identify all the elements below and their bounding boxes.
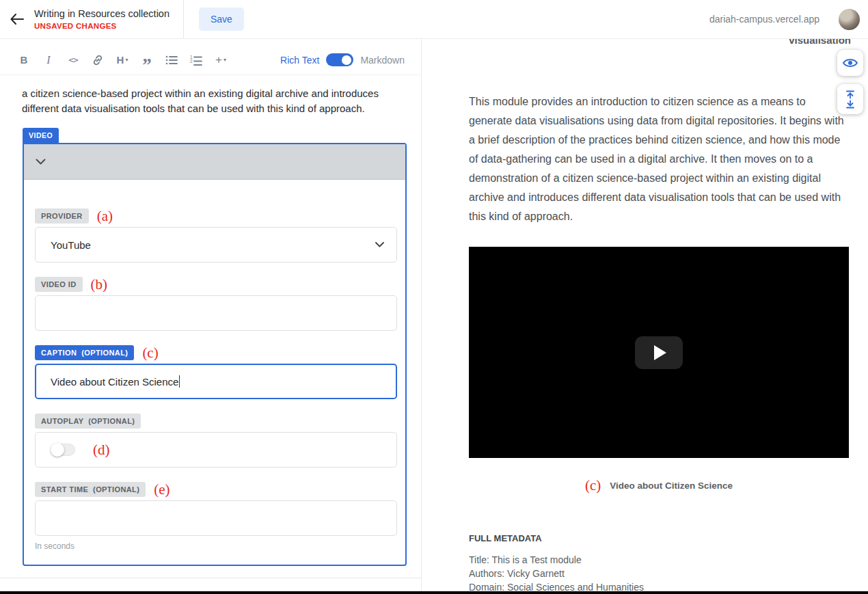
richtext-markdown-toggle[interactable]: [326, 53, 353, 66]
preview-video-caption: Video about Citizen Science: [610, 481, 733, 491]
caption-field: CAPTION (OPTIONAL) (c) Video about Citiz…: [35, 345, 394, 399]
video-widget: VIDEO PROVIDER (a) YouTube: [23, 128, 407, 566]
rich-text-label[interactable]: Rich Text: [280, 55, 319, 66]
play-icon: [654, 345, 666, 360]
provider-selected-value: YouTube: [51, 239, 91, 251]
video-widget-badge: VIDEO: [23, 128, 59, 143]
provider-field: PROVIDER (a) YouTube: [35, 208, 394, 262]
numbered-list-icon[interactable]: 1 2: [189, 52, 204, 68]
annotation-e: (e): [154, 483, 169, 497]
video-widget-box: PROVIDER (a) YouTube VIDEO ID: [23, 143, 407, 566]
provider-select[interactable]: YouTube: [35, 227, 397, 262]
annotation-d: (d): [93, 443, 110, 457]
clipped-heading-text: visualisation: [789, 39, 851, 46]
start-time-field: START TIME (OPTIONAL) (e) In seconds: [35, 482, 394, 551]
topbar: Writing in Resources collection UNSAVED …: [0, 0, 868, 39]
autoplay-control: (d): [35, 432, 397, 468]
preview-pane: visualisation This module provides an in…: [422, 39, 868, 594]
editor-mode-toggle-group: Rich Text Markdown: [280, 53, 405, 66]
editor-body-text[interactable]: a citizen science-based project within a…: [0, 75, 413, 116]
play-button[interactable]: [635, 336, 683, 369]
autoplay-label: AUTOPLAY (OPTIONAL): [35, 414, 141, 429]
select-chevron-icon: [375, 242, 384, 247]
metadata-authors-line: Authors: Vicky Garnett: [469, 567, 849, 580]
annotation-a: (a): [97, 209, 113, 224]
autoplay-toggle-knob: [51, 443, 64, 457]
toggle-knob: [342, 55, 351, 65]
provider-label: PROVIDER: [35, 208, 89, 224]
window-bottom-edge: [0, 591, 868, 594]
bold-icon[interactable]: B: [16, 52, 31, 68]
italic-icon[interactable]: I: [41, 52, 56, 68]
video-id-input[interactable]: [35, 295, 397, 331]
annotation-b: (b): [91, 278, 108, 292]
start-time-label: START TIME (OPTIONAL): [35, 482, 146, 497]
autoplay-field: AUTOPLAY (OPTIONAL) (d): [35, 414, 394, 468]
scroll-sync-icon: [845, 90, 855, 109]
editor-toolbar: B I <> H▾ ” 1: [0, 45, 421, 75]
start-time-hint: In seconds: [35, 541, 394, 551]
caption-input-value: Video about Citizen Science: [51, 376, 178, 388]
video-id-label: VIDEO ID: [35, 277, 83, 292]
editor-bottom-divider: [0, 578, 421, 578]
arrow-left-icon: [10, 14, 24, 25]
caption-input[interactable]: Video about Citizen Science: [35, 364, 397, 399]
preview-caption-row: (c) Video about Citizen Science: [469, 476, 849, 495]
site-name: dariah-campus.vercel.app: [709, 14, 819, 25]
page-title: Writing in Resources collection: [34, 8, 169, 19]
start-time-input[interactable]: [35, 500, 397, 536]
annotation-c-preview: (c): [585, 478, 601, 493]
preview-visibility-button[interactable]: [837, 50, 863, 76]
editor-pane: B I <> H▾ ” 1: [0, 39, 422, 594]
save-button[interactable]: Save: [199, 8, 244, 31]
title-block: Writing in Resources collection UNSAVED …: [34, 0, 184, 38]
video-id-field: VIDEO ID (b): [35, 277, 394, 331]
annotation-c: (c): [142, 346, 158, 360]
scroll-sync-button[interactable]: [837, 84, 863, 114]
link-icon[interactable]: [90, 52, 105, 68]
video-widget-collapse-header[interactable]: [24, 144, 405, 180]
chevron-down-icon: [36, 159, 46, 165]
video-widget-fields: PROVIDER (a) YouTube VIDEO ID: [24, 180, 405, 565]
preview-paragraph: This module provides an introduction to …: [469, 92, 849, 226]
heading-icon[interactable]: H▾: [115, 52, 130, 68]
svg-text:2: 2: [190, 58, 193, 63]
bulleted-list-icon[interactable]: [164, 52, 179, 68]
text-cursor: [179, 375, 180, 388]
main-split: B I <> H▾ ” 1: [0, 39, 868, 594]
full-metadata-section: FULL METADATA Title: This is a Test modu…: [469, 533, 849, 594]
preview-video-player[interactable]: [469, 247, 849, 458]
caption-label: CAPTION (OPTIONAL): [35, 345, 134, 360]
preview-floating-buttons: [837, 50, 863, 114]
back-button[interactable]: [0, 0, 34, 38]
eye-icon: [843, 57, 858, 68]
add-component-icon[interactable]: +▾: [213, 52, 228, 68]
metadata-title-line: Title: This is a Test module: [469, 553, 849, 567]
quote-icon[interactable]: ”: [139, 52, 154, 68]
avatar[interactable]: [839, 9, 860, 30]
autoplay-toggle[interactable]: [51, 444, 75, 456]
metadata-heading: FULL METADATA: [469, 533, 849, 543]
unsaved-changes-status: UNSAVED CHANGES: [34, 22, 169, 30]
code-icon[interactable]: <>: [66, 52, 81, 68]
markdown-label[interactable]: Markdown: [360, 55, 405, 66]
